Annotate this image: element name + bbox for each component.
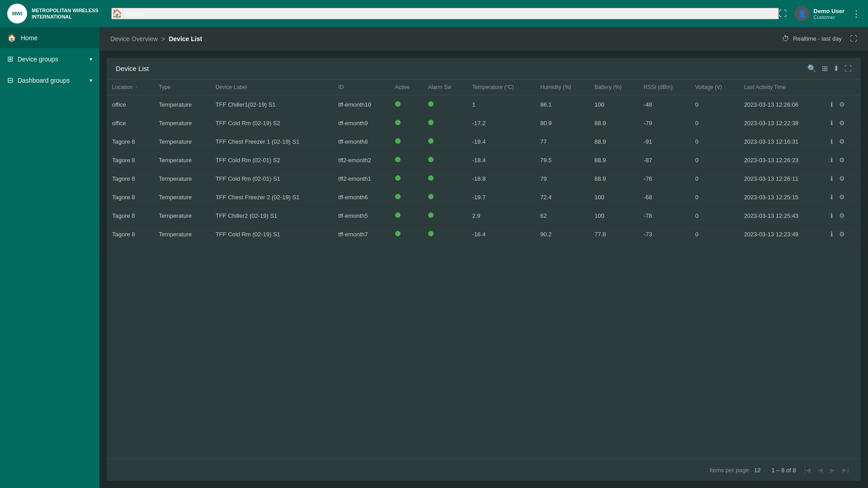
- cell-last-activity: 2023-03-13 12:26:06: [739, 95, 823, 114]
- sidebar-item-home[interactable]: 🏠 Home: [0, 27, 99, 48]
- settings-button[interactable]: ⚙: [837, 192, 847, 202]
- cell-device-label: TFF Cold Rm (02-19) S1: [210, 225, 333, 244]
- alarm-sw-indicator: [428, 175, 434, 181]
- breadcrumb-current: Device List: [169, 35, 202, 42]
- col-battery[interactable]: Battery (%): [589, 80, 638, 95]
- main-layout: 🏠 Home ⊞ Device groups ▾ ⊟ Dashboard gro…: [0, 27, 868, 488]
- table-row: Tagore 8 Temperature TFF Chiller2 (02-19…: [107, 206, 861, 225]
- table-row: office Temperature TFF Chiller1(02-19) S…: [107, 95, 861, 114]
- cell-humidity: 79: [535, 169, 589, 188]
- cell-last-activity: 2023-03-13 12:26:11: [739, 169, 823, 188]
- info-button[interactable]: ℹ: [829, 174, 835, 183]
- fullscreen-content-button[interactable]: ⛶: [850, 35, 857, 43]
- alarm-sw-indicator: [428, 101, 434, 107]
- pagination-next-button[interactable]: ▶: [827, 465, 838, 475]
- col-humidity[interactable]: Humidity (%): [535, 80, 589, 95]
- col-temperature[interactable]: Temperature (°C): [467, 80, 535, 95]
- cell-last-activity: 2023-03-13 12:26:23: [739, 151, 823, 169]
- cell-humidity: 90.2: [535, 225, 589, 244]
- settings-button[interactable]: ⚙: [837, 230, 847, 239]
- col-type[interactable]: Type: [153, 80, 210, 95]
- cell-alarm-sw: [423, 151, 467, 169]
- cell-alarm-sw: [423, 225, 467, 244]
- breadcrumb-parent[interactable]: Device Overview: [110, 35, 158, 42]
- alarm-sw-indicator: [428, 194, 434, 199]
- settings-button[interactable]: ⚙: [837, 137, 847, 146]
- cell-last-activity: 2023-03-13 12:16:31: [739, 132, 823, 151]
- export-button[interactable]: ⬇: [833, 64, 839, 73]
- more-options-button[interactable]: ⋮: [852, 8, 861, 19]
- col-last-activity[interactable]: Last Activity Time: [739, 80, 823, 95]
- cell-location: Tagore 8: [107, 151, 153, 169]
- fullscreen-topbar-button[interactable]: ⛶: [779, 9, 787, 19]
- info-button[interactable]: ℹ: [829, 192, 835, 202]
- info-button[interactable]: ℹ: [829, 118, 835, 127]
- logo-area: MWI METROPOLITAN WIRELESS INTERNATIONAL: [7, 4, 107, 23]
- col-alarm-sw[interactable]: Alarm Sw: [423, 80, 467, 95]
- panel-header: Device List 🔍 ⊞ ⬇ ⛶: [107, 58, 861, 80]
- search-button[interactable]: 🔍: [807, 64, 816, 73]
- cell-battery: 100: [589, 95, 638, 114]
- columns-button[interactable]: ⊞: [822, 64, 828, 73]
- cell-location: Tagore 8: [107, 132, 153, 151]
- cell-location: Tagore 8: [107, 206, 153, 225]
- cell-id: tff-emonth8: [333, 132, 389, 151]
- info-button[interactable]: ℹ: [829, 230, 835, 239]
- cell-temperature: -19.7: [467, 188, 535, 206]
- sidebar-item-device-groups[interactable]: ⊞ Device groups ▾: [0, 48, 99, 70]
- home-icon: 🏠: [112, 9, 122, 19]
- pagination-first-button[interactable]: |◀: [802, 465, 814, 475]
- realtime-info: ⏱ Realtime - last day: [782, 35, 842, 43]
- realtime-icon: ⏱: [782, 35, 789, 43]
- alarm-sw-indicator: [428, 120, 434, 125]
- active-indicator: [395, 231, 401, 236]
- settings-button[interactable]: ⚙: [837, 100, 847, 109]
- cell-row-actions: ℹ ⚙: [823, 95, 861, 113]
- cell-alarm-sw: [423, 114, 467, 132]
- table-header-row: Location ↑ Type Device Label ID Active A…: [107, 80, 861, 95]
- alarm-sw-indicator: [428, 157, 434, 162]
- info-button[interactable]: ℹ: [829, 211, 835, 220]
- items-per-page-value: 12: [754, 467, 760, 474]
- cell-temperature: 2.9: [467, 206, 535, 225]
- cell-row-actions: ℹ ⚙: [823, 169, 861, 188]
- active-indicator: [395, 120, 401, 125]
- cell-last-activity: 2023-03-13 12:22:38: [739, 114, 823, 132]
- cell-battery: 88.9: [589, 132, 638, 151]
- col-location[interactable]: Location ↑: [107, 80, 153, 95]
- device-table: Location ↑ Type Device Label ID Active A…: [107, 80, 861, 244]
- cell-type: Temperature: [153, 206, 210, 225]
- cell-voltage: 0: [690, 95, 739, 114]
- col-id[interactable]: ID: [333, 80, 389, 95]
- pagination-prev-button[interactable]: ◀: [815, 465, 826, 475]
- col-device-label[interactable]: Device Label: [210, 80, 333, 95]
- active-indicator: [395, 157, 401, 162]
- cell-rssi: -87: [638, 151, 690, 169]
- sidebar-item-dashboard-groups[interactable]: ⊟ Dashboard groups ▾: [0, 70, 99, 91]
- cell-row-actions: ℹ ⚙: [823, 114, 861, 132]
- fullscreen-panel-button[interactable]: ⛶: [844, 65, 852, 73]
- info-button[interactable]: ℹ: [829, 137, 835, 146]
- settings-button[interactable]: ⚙: [837, 211, 847, 220]
- info-button[interactable]: ℹ: [829, 100, 835, 109]
- col-active[interactable]: Active: [390, 80, 423, 95]
- pagination-last-button[interactable]: ▶|: [840, 465, 852, 475]
- col-voltage[interactable]: Voltage (V): [690, 80, 739, 95]
- table-row: Tagore 8 Temperature TFF Chest Freezer 1…: [107, 132, 861, 151]
- cell-id: tff-emonth10: [333, 95, 389, 114]
- cell-battery: 88.9: [589, 169, 638, 188]
- cell-row-actions: ℹ ⚙: [823, 151, 861, 169]
- settings-button[interactable]: ⚙: [837, 174, 847, 183]
- items-per-page: Items per page: 12: [710, 467, 761, 474]
- col-rssi[interactable]: RSSI (dBm): [638, 80, 690, 95]
- info-button[interactable]: ℹ: [829, 155, 835, 164]
- settings-button[interactable]: ⚙: [837, 155, 847, 164]
- user-role: Customer: [813, 14, 844, 20]
- cell-last-activity: 2023-03-13 12:25:15: [739, 188, 823, 206]
- cell-humidity: 72.4: [535, 188, 589, 206]
- settings-button[interactable]: ⚙: [837, 118, 847, 127]
- active-indicator: [395, 138, 401, 144]
- cell-humidity: 79.5: [535, 151, 589, 169]
- home-topbar-button[interactable]: 🏠 Home: [111, 8, 779, 19]
- cell-device-label: TFF Chest Freezer 1 (02-19) S1: [210, 132, 333, 151]
